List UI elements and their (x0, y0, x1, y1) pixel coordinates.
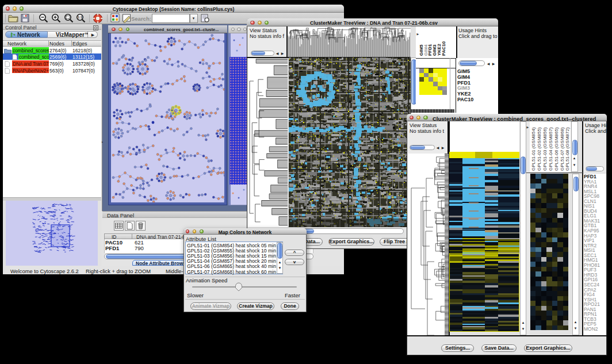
svg-text:1:1: 1:1 (78, 16, 82, 19)
